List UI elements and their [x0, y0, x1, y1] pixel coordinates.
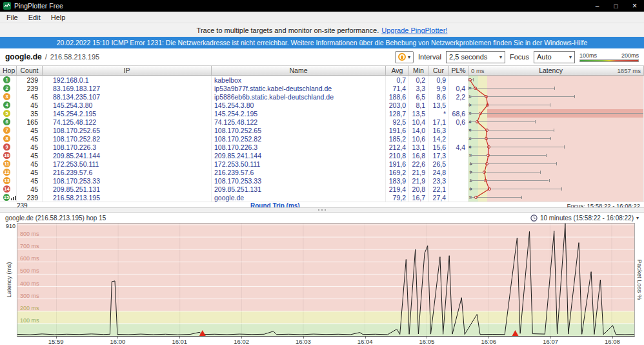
- time-tick-label: 16:02: [234, 338, 249, 345]
- min-cell: 10,4: [409, 118, 428, 126]
- table-row[interactable]: 945108.170.226.3108.170.226.3212,413,115…: [0, 143, 644, 151]
- range-cap-right: [540, 171, 541, 174]
- avg-cell: 203,0: [386, 101, 409, 109]
- svg-text:300 ms: 300 ms: [20, 293, 39, 299]
- maximize-icon[interactable]: □: [607, 0, 625, 12]
- table-row[interactable]: 535145.254.2.195145.254.2.195128,713,5*6…: [0, 109, 644, 118]
- interval-label: Interval: [418, 53, 441, 61]
- cur-cell: 14,2: [428, 134, 449, 143]
- range-cap-right: [564, 145, 565, 149]
- avg-marker: [474, 196, 478, 199]
- name-cell: 145.254.2.195: [212, 109, 386, 118]
- focus-select[interactable]: Auto ▾: [534, 51, 575, 63]
- name-cell: kabelbox: [212, 76, 386, 84]
- close-icon[interactable]: ×: [625, 0, 644, 12]
- icmp-error-bar: 20.02.2022 15:10 ICMP Error 1231: Die Ne…: [0, 37, 644, 48]
- latency-range-bar: [470, 121, 536, 122]
- menu-help[interactable]: Help: [46, 12, 71, 23]
- table-row[interactable]: 223983.169.183.127ip53a9b77f.static.kabe…: [0, 84, 644, 92]
- minimize-icon[interactable]: –: [588, 0, 607, 12]
- ip-cell: 108.170.253.33: [43, 176, 212, 185]
- table-row[interactable]: 1045209.85.241.144209.85.241.144210,816,…: [0, 151, 644, 160]
- range-cap-left: [470, 137, 470, 140]
- table-row[interactable]: 15239216.58.213.195google.de79,216,727,4…: [0, 193, 644, 202]
- pane-splitter[interactable]: [0, 207, 644, 213]
- latency-axis-label: Latency (ms): [5, 262, 12, 298]
- count-cell: 45: [17, 92, 43, 101]
- ip-cell: 108.170.226.3: [43, 143, 212, 151]
- table-row[interactable]: 1445209.85.251.131209.85.251.131219,420,…: [0, 185, 644, 193]
- timeline-header: google.de (216.58.213.195) hop 15 10 min…: [0, 213, 644, 223]
- avg-marker: [485, 129, 488, 132]
- range-cap-left: [470, 112, 470, 115]
- pause-dropdown-icon[interactable]: ▾: [408, 54, 410, 60]
- avg-marker: [488, 187, 491, 191]
- hop-status-badge: 3: [3, 93, 10, 100]
- hop-cell: 11: [0, 160, 17, 168]
- svg-text:400 ms: 400 ms: [20, 280, 39, 287]
- menu-edit[interactable]: Edit: [23, 12, 46, 23]
- pl-cell: 4,4: [449, 143, 468, 151]
- latency-range-bar: [470, 197, 521, 198]
- hop-cell: 10: [0, 151, 17, 160]
- name-cell: 108.170.252.65: [212, 126, 386, 134]
- pause-button[interactable]: ▾: [395, 51, 414, 63]
- time-tick-label: 16:03: [296, 338, 311, 345]
- table-row[interactable]: 445145.254.3.80145.254.3.80203,08,113,5×: [0, 101, 644, 109]
- latency-range-bar: [470, 155, 546, 156]
- pl-cell: [449, 126, 468, 134]
- menu-file[interactable]: File: [1, 12, 23, 23]
- time-range-label: 10 minutes (15:58:22 - 16:08:22): [540, 214, 634, 222]
- table-row[interactable]: 616574.125.48.12274.125.48.12292,510,417…: [0, 118, 644, 126]
- svg-text:200 ms: 200 ms: [20, 305, 39, 311]
- cur-cell: 0,9: [428, 76, 449, 84]
- pl-cell: [449, 185, 468, 193]
- pl-cell: [449, 193, 468, 202]
- count-cell: 45: [17, 143, 43, 151]
- table-row[interactable]: 1245216.239.57.6216.239.57.6169,221,924,…: [0, 168, 644, 176]
- table-row[interactable]: 1239192.168.0.1kabelbox0,70,20,9×: [0, 76, 644, 84]
- cur-cell: 16,3: [428, 126, 449, 134]
- pl-cell: [449, 101, 468, 109]
- hop-status-badge: 12: [3, 169, 10, 176]
- target-host: google.de: [5, 52, 42, 61]
- app-window: PingPlotter Free – □ × FileEditHelp Trac…: [0, 0, 644, 345]
- svg-text:600 ms: 600 ms: [20, 255, 39, 262]
- ip-cell: 88.134.235.107: [43, 92, 212, 101]
- ip-cell: 83.169.183.127: [43, 84, 212, 92]
- table-row[interactable]: 1345108.170.253.33108.170.253.33183,921,…: [0, 176, 644, 185]
- table-row[interactable]: 1145172.253.50.111172.253.50.111191,622,…: [0, 160, 644, 168]
- table-row[interactable]: 845108.170.252.82108.170.252.82185,210,6…: [0, 134, 644, 143]
- target-separator: /: [45, 53, 47, 61]
- time-tick-label: 16:01: [172, 338, 187, 345]
- min-cell: 8,1: [409, 101, 428, 109]
- svg-text:500 ms: 500 ms: [20, 267, 39, 274]
- hop-status-badge: 14: [3, 185, 10, 193]
- range-cap-left: [470, 196, 470, 199]
- ip-cell: 145.254.2.195: [43, 109, 212, 118]
- range-cap-left: [468, 87, 469, 90]
- pl-cell: 0,6: [449, 118, 468, 126]
- latency-range-bar: [470, 163, 556, 164]
- range-cap-left: [469, 95, 470, 98]
- time-range-selector[interactable]: 10 minutes (15:58:22 - 16:08:22) ▾: [530, 214, 639, 222]
- timeline-plot[interactable]: 800 ms700 ms600 ms500 ms400 ms300 ms200 …: [17, 223, 635, 337]
- y-max-label: 910: [6, 223, 15, 229]
- title-bar: PingPlotter Free – □ ×: [0, 0, 644, 12]
- avg-cell: 79,2: [386, 193, 409, 202]
- latency-graph-cell: ×: [468, 151, 644, 160]
- avg-marker: [474, 87, 477, 90]
- latency-scale-max: 1857 ms: [618, 67, 641, 74]
- table-row[interactable]: 34588.134.235.107ip5886eb6b.static.kabel…: [0, 92, 644, 101]
- avg-cell: 191,6: [386, 160, 409, 168]
- range-cap-right: [550, 137, 551, 140]
- avg-marker: [485, 162, 488, 165]
- icmp-error-text: 20.02.2022 15:10 ICMP Error 1231: Die Ne…: [57, 39, 588, 47]
- upgrade-link[interactable]: Upgrade PingPlotter!: [381, 26, 447, 34]
- app-icon: [3, 2, 11, 10]
- avg-marker: [484, 179, 487, 182]
- interval-select[interactable]: 2,5 seconds ▾: [446, 51, 505, 63]
- hop-cell: 6: [0, 118, 17, 126]
- avg-marker: [476, 120, 479, 123]
- table-row[interactable]: 745108.170.252.65108.170.252.65191,614,0…: [0, 126, 644, 134]
